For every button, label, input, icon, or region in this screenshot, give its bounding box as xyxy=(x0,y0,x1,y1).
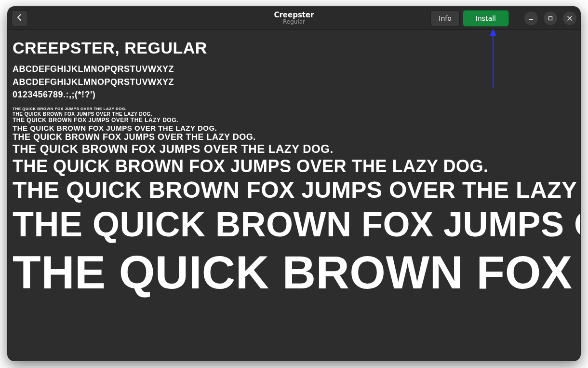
font-viewer-window: Creepster Regular Info Install xyxy=(8,7,580,361)
headerbar-title-group: Creepster Regular xyxy=(274,11,314,26)
waterfall-line: The quick brown fox jumps over the lazy … xyxy=(13,111,575,117)
minimize-icon xyxy=(528,15,534,21)
alphabet-upper: ABCDEFGHIJKLMNOPQRSTUVWXYZ xyxy=(13,64,575,74)
waterfall-line: The quick brown fox jumps over the lazy … xyxy=(13,142,575,156)
headerbar: Creepster Regular Info Install xyxy=(8,7,580,30)
alphabet-lower: abcdefghijklmnopqrstuvwxyz xyxy=(13,77,575,87)
window-title: Creepster xyxy=(274,11,314,19)
svg-rect-0 xyxy=(529,19,533,20)
install-button[interactable]: Install xyxy=(463,10,509,27)
waterfall-line: The quick brown fox jumps over the lazy … xyxy=(13,107,575,111)
waterfall-line: The quick brown fox jum xyxy=(13,245,575,300)
waterfall-line: The quick brown fox jumps over the lazy … xyxy=(13,156,575,177)
close-button[interactable] xyxy=(563,12,576,25)
waterfall-line: The quick brown fox jumps over the lazy … xyxy=(13,117,575,123)
minimize-button[interactable] xyxy=(524,12,538,25)
maximize-button[interactable] xyxy=(544,12,557,25)
back-button[interactable] xyxy=(12,10,28,27)
info-button[interactable]: Info xyxy=(430,10,460,27)
waterfall-line: The quick brown fox jumps over the lazy … xyxy=(13,124,575,133)
waterfall-line: The quick brown fox jumps over the lazy … xyxy=(13,132,575,142)
waterfall-line: The quick brown fox jumps over the lazy xyxy=(13,177,575,204)
digits-punct: 0123456789.:,;(*!?') xyxy=(13,90,575,100)
headerbar-right: Info Install xyxy=(430,10,576,27)
close-icon xyxy=(567,15,573,21)
font-preview-area: Creepster, Regular ABCDEFGHIJKLMNOPQRSTU… xyxy=(8,30,580,361)
svg-rect-1 xyxy=(549,16,552,20)
chevron-left-icon xyxy=(17,14,23,23)
waterfall-line: The quick brown fox jumps ove xyxy=(13,204,575,245)
preview-heading: Creepster, Regular xyxy=(13,39,575,57)
annotation-arrow xyxy=(493,30,494,88)
headerbar-left xyxy=(12,10,28,27)
window-subtitle: Regular xyxy=(274,19,314,25)
maximize-icon xyxy=(548,15,553,21)
